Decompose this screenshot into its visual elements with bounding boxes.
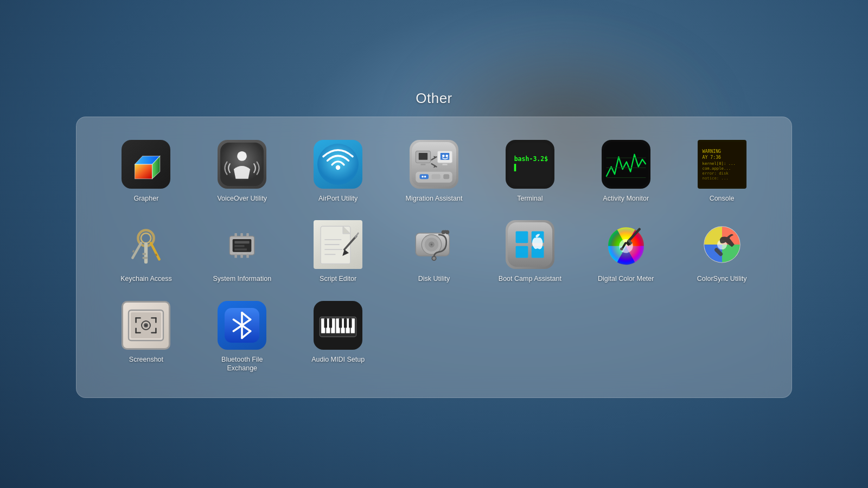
activity-icon xyxy=(602,140,650,189)
svg-rect-30 xyxy=(604,142,648,187)
app-colorpicker[interactable]: Digital Color Meter xyxy=(578,214,674,288)
apps-grid: Grapher xyxy=(98,133,770,378)
svg-point-108 xyxy=(145,324,147,326)
grapher-icon xyxy=(122,140,170,189)
disk-label: Disk Utility xyxy=(418,274,450,283)
app-bluetooth[interactable]: Bluetooth File Exchange xyxy=(194,294,290,378)
activity-label: Activity Monitor xyxy=(603,194,649,203)
svg-rect-25 xyxy=(431,174,440,179)
svg-rect-82 xyxy=(515,232,528,243)
app-airport[interactable]: AirPort Utility xyxy=(290,133,386,208)
svg-rect-124 xyxy=(324,318,327,328)
svg-rect-22 xyxy=(420,174,429,179)
bootcamp-icon xyxy=(506,220,554,269)
voiceover-icon xyxy=(218,140,266,189)
console-icon: WARNING AY 7:36 kernel[0]: ... com.apple… xyxy=(698,140,746,189)
svg-rect-12 xyxy=(419,153,427,160)
app-voiceover[interactable]: VoiceOver Utility xyxy=(194,133,290,208)
svg-text:bash-3.2$: bash-3.2$ xyxy=(514,155,548,163)
app-scripteditor[interactable]: Script Editor xyxy=(290,214,386,288)
svg-point-42 xyxy=(141,233,151,243)
svg-point-92 xyxy=(620,248,623,251)
svg-rect-128 xyxy=(349,318,352,328)
sysinfo-label: System Information xyxy=(213,274,271,283)
colorpicker-label: Digital Color Meter xyxy=(598,274,654,283)
svg-rect-84 xyxy=(515,246,528,258)
svg-point-16 xyxy=(442,155,445,157)
svg-rect-58 xyxy=(235,241,250,244)
svg-rect-81 xyxy=(508,222,552,267)
app-console[interactable]: WARNING AY 7:36 kernel[0]: ... com.apple… xyxy=(674,133,770,208)
svg-rect-55 xyxy=(235,254,238,258)
terminal-label: Terminal xyxy=(517,194,542,203)
audiomidi-label: Audio MIDI Setup xyxy=(311,355,365,364)
svg-rect-52 xyxy=(235,233,238,237)
bluetooth-icon xyxy=(218,301,266,350)
svg-text:kernel[0]: ...: kernel[0]: ... xyxy=(702,161,735,166)
colorpicker-icon xyxy=(602,220,650,269)
scripteditor-icon xyxy=(314,220,362,269)
sysinfo-icon xyxy=(218,220,266,269)
app-disk[interactable]: Disk Utility xyxy=(386,214,482,288)
svg-text:error: disk: error: disk xyxy=(702,171,729,176)
svg-rect-126 xyxy=(339,318,342,328)
svg-rect-44 xyxy=(143,253,146,255)
app-bootcamp[interactable]: Boot Camp Assistant xyxy=(482,214,578,288)
svg-point-24 xyxy=(422,176,424,178)
migration-label: Migration Assistant xyxy=(406,194,463,203)
svg-text:notice: ...: notice: ... xyxy=(702,176,728,181)
svg-marker-0 xyxy=(135,164,152,179)
svg-rect-49 xyxy=(132,250,135,253)
svg-point-76 xyxy=(431,243,433,246)
scripteditor-label: Script Editor xyxy=(320,274,356,283)
disk-icon xyxy=(410,220,458,269)
svg-point-78 xyxy=(432,257,435,260)
app-activity[interactable]: Activity Monitor xyxy=(578,133,674,208)
svg-rect-6 xyxy=(220,143,264,186)
grapher-label: Grapher xyxy=(133,194,158,203)
svg-point-17 xyxy=(445,155,448,157)
svg-rect-127 xyxy=(344,318,347,328)
keychain-icon xyxy=(122,220,170,269)
app-keychain[interactable]: Keychain Access xyxy=(98,214,194,288)
screenshot-icon xyxy=(122,301,170,350)
svg-rect-125 xyxy=(329,318,332,328)
svg-rect-13 xyxy=(420,164,425,165)
keychain-label: Keychain Access xyxy=(120,274,172,283)
airport-icon xyxy=(314,140,362,189)
app-sysinfo[interactable]: System Information xyxy=(194,214,290,288)
app-screenshot[interactable]: Screenshot xyxy=(98,294,194,378)
svg-text:com.apple...: com.apple... xyxy=(702,166,731,171)
bootcamp-label: Boot Camp Assistant xyxy=(499,274,561,283)
airport-label: AirPort Utility xyxy=(318,194,358,203)
screenshot-label: Screenshot xyxy=(129,355,163,364)
colorsync-icon xyxy=(698,220,746,269)
svg-rect-45 xyxy=(143,257,148,259)
app-audiomidi[interactable]: Audio MIDI Setup xyxy=(290,294,386,378)
voiceover-label: VoiceOver Utility xyxy=(217,194,267,203)
svg-rect-60 xyxy=(235,249,247,251)
svg-rect-26 xyxy=(443,174,449,179)
migration-icon xyxy=(410,140,458,189)
svg-rect-54 xyxy=(246,233,249,237)
svg-rect-57 xyxy=(246,254,249,258)
app-colorsync[interactable]: ColorSync Utility xyxy=(674,214,770,288)
svg-point-7 xyxy=(237,151,247,161)
terminal-icon: bash-3.2$ ▌ xyxy=(506,140,554,189)
app-terminal[interactable]: bash-3.2$ ▌ Terminal xyxy=(482,133,578,208)
svg-rect-18 xyxy=(442,164,447,165)
audiomidi-icon xyxy=(314,301,362,350)
svg-rect-53 xyxy=(241,233,244,237)
app-grapher[interactable]: Grapher xyxy=(98,133,194,208)
page-title: Other xyxy=(416,90,452,107)
svg-rect-59 xyxy=(235,245,245,247)
svg-text:WARNING: WARNING xyxy=(702,149,721,154)
svg-point-9 xyxy=(336,165,340,170)
svg-text:▌: ▌ xyxy=(514,164,518,171)
colorsync-label: ColorSync Utility xyxy=(697,274,747,283)
svg-point-23 xyxy=(424,176,426,178)
svg-rect-56 xyxy=(241,254,244,258)
console-label: Console xyxy=(710,194,735,203)
bluetooth-label: Bluetooth File Exchange xyxy=(209,355,275,373)
app-migration[interactable]: Migration Assistant xyxy=(386,133,482,208)
